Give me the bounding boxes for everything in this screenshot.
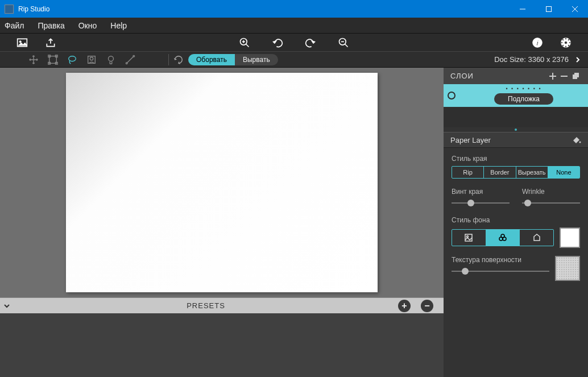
window-title: Rip Studio [18,5,510,13]
edge-border-button[interactable]: Border [484,167,516,178]
doc-size-label: Doc Size: 3360 x 2376 [494,55,572,64]
export-button[interactable] [44,36,57,49]
presets-label: PRESETS [14,301,398,310]
svg-point-5 [19,40,21,42]
rip-mode-cut[interactable]: Вырвать [235,54,278,65]
drag-handle-icon[interactable]: • • • • • • • [506,87,541,92]
layer-visibility-icon[interactable] [444,92,459,100]
edge-rip-button[interactable]: Rip [452,167,484,178]
panel-resize-handle[interactable] [444,127,588,132]
edge-twist-label: Винт края [452,188,510,196]
menu-help[interactable]: Help [110,21,127,30]
wrinkle-label: Wrinkle [522,188,580,196]
menu-bar: Файл Правка Окно Help [0,18,588,33]
bg-transparent-button[interactable] [520,230,553,246]
svg-rect-1 [546,6,552,11]
svg-point-16 [565,41,568,44]
divider [168,54,169,65]
layers-header: СЛОИ [444,68,588,84]
lasso-tool[interactable] [67,55,77,65]
paper-layer-body: Стиль края Rip Border Вырезать None Винт… [444,148,588,291]
maximize-button[interactable] [536,0,562,18]
zoom-in-button[interactable] [238,36,251,49]
svg-line-26 [127,56,134,63]
rotate-tool[interactable] [173,55,184,65]
bg-style-label: Стиль фона [452,216,580,224]
layer-row[interactable]: • • • • • • • Подложка [444,84,588,107]
paper-canvas[interactable] [66,73,378,292]
move-tool[interactable] [28,55,39,65]
minimize-button[interactable] [510,0,536,18]
svg-point-34 [579,142,581,143]
svg-point-38 [499,237,503,241]
wrinkle-slider[interactable] [522,199,580,207]
edit-toolbar: Оборвать Вырвать Doc Size: 3360 x 2376 [0,51,588,68]
line-tool[interactable] [125,55,135,65]
presets-body [0,313,444,377]
bg-color-button[interactable] [486,230,520,246]
info-button[interactable]: i [531,36,544,49]
layer-remove-button[interactable] [558,72,570,80]
bg-color-swatch[interactable] [560,227,580,248]
preset-remove-button[interactable]: − [421,300,433,312]
surface-texture-slider[interactable] [452,267,549,275]
svg-point-22 [69,56,76,61]
right-panel: СЛОИ • • • • • • • Подложка Paper Layer … [444,68,588,377]
rip-mode-rip[interactable]: Оборвать [188,54,235,65]
preset-add-button[interactable]: + [398,300,411,312]
settings-button[interactable] [560,36,572,49]
main-toolbar: i [0,33,588,51]
expand-right-icon[interactable] [572,54,583,65]
edge-twist-slider[interactable] [452,199,510,207]
presets-bar: PRESETS + − [0,297,444,313]
svg-rect-35 [465,234,472,241]
paint-bucket-icon[interactable] [572,135,581,144]
svg-rect-33 [574,73,579,77]
main-area: PRESETS + − СЛОИ • • • • • • • Подложка … [0,68,588,377]
canvas-pane: PRESETS + − [0,68,444,377]
portrait-tool[interactable] [86,55,97,65]
menu-file[interactable]: Файл [5,21,24,30]
layers-spacer [444,107,588,127]
zoom-out-button[interactable] [337,36,350,49]
edge-style-segment: Rip Border Вырезать None [452,166,580,179]
menu-edit[interactable]: Правка [38,21,64,30]
image-button[interactable] [16,36,28,49]
canvas-viewport[interactable] [0,68,444,297]
edge-cut-button[interactable]: Вырезать [516,167,548,178]
window-buttons [510,0,588,18]
svg-point-39 [503,237,506,241]
close-button[interactable] [562,0,588,18]
svg-point-25 [109,56,114,61]
title-bar: Rip Studio [0,0,588,18]
surface-texture-label: Текстура поверхности [452,256,549,264]
light-tool[interactable] [106,55,116,65]
presets-collapse-icon[interactable] [0,303,14,309]
edge-style-label: Стиль края [452,155,580,163]
app-icon [5,5,14,14]
transform-tool[interactable] [48,55,58,65]
svg-line-7 [246,44,249,47]
paper-layer-header: Paper Layer [444,132,588,148]
layer-add-button[interactable] [547,72,558,80]
texture-swatch[interactable] [555,256,580,281]
menu-window[interactable]: Окно [78,21,97,30]
paper-layer-title: Paper Layer [450,136,572,144]
rip-mode-toggle: Оборвать Вырвать [188,54,278,65]
svg-line-11 [345,44,348,47]
bg-image-button[interactable] [452,230,486,246]
layers-title: СЛОИ [450,72,547,80]
edge-none-button[interactable]: None [548,167,579,178]
svg-point-24 [90,57,93,60]
svg-text:i: i [536,39,539,47]
layer-duplicate-button[interactable] [570,72,581,80]
bg-style-segment [452,229,554,246]
redo-button[interactable] [304,36,317,49]
layer-name-chip[interactable]: Подложка [494,93,553,105]
undo-button[interactable] [271,36,284,49]
